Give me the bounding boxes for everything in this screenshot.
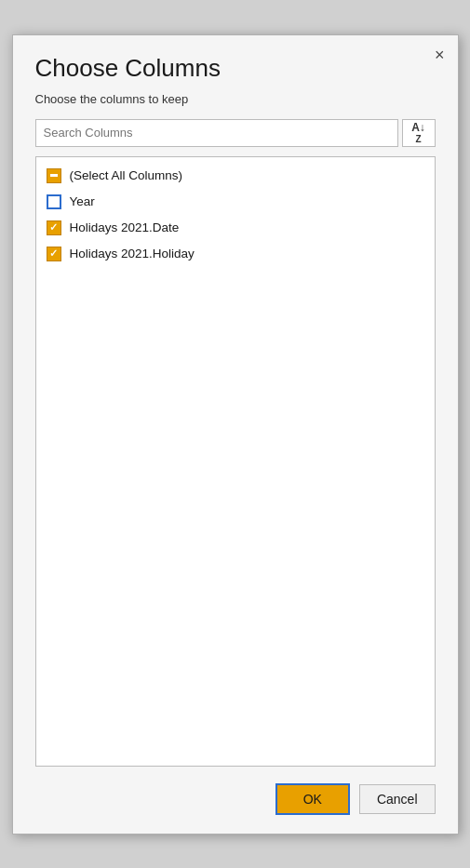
list-item-holidays-date[interactable]: Holidays 2021.Date [36, 215, 435, 241]
list-item-holidays-holiday[interactable]: Holidays 2021.Holiday [36, 241, 435, 267]
checkbox-unchecked-icon [47, 194, 61, 209]
search-input[interactable] [35, 119, 398, 147]
checkbox-checked-icon-2 [47, 247, 61, 261]
dialog-subtitle: Choose the columns to keep [35, 92, 436, 106]
checkbox-holidays-holiday[interactable] [46, 246, 62, 262]
columns-list: (Select All Columns) Year Holidays 2021.… [35, 156, 436, 767]
dialog-title: Choose Columns [35, 54, 436, 83]
checkbox-year[interactable] [46, 194, 62, 210]
search-row: A↓Z [35, 119, 436, 147]
checkbox-checked-icon [47, 220, 61, 235]
sort-az-icon: A↓Z [411, 122, 425, 144]
column-label-select-all: (Select All Columns) [70, 168, 183, 182]
list-item-year[interactable]: Year [36, 189, 435, 215]
choose-columns-dialog: × Choose Columns Choose the columns to k… [12, 34, 459, 835]
checkbox-indeterminate-icon [47, 168, 61, 183]
cancel-button[interactable]: Cancel [359, 784, 436, 814]
list-item-select-all[interactable]: (Select All Columns) [36, 163, 435, 189]
column-label-holidays-holiday: Holidays 2021.Holiday [70, 247, 195, 260]
checkbox-select-all[interactable] [46, 167, 62, 184]
column-label-year: Year [70, 194, 95, 208]
close-button[interactable]: × [435, 47, 445, 63]
ok-button[interactable]: OK [275, 783, 350, 815]
checkbox-holidays-date[interactable] [46, 220, 62, 236]
sort-button[interactable]: A↓Z [402, 119, 436, 147]
column-label-holidays-date: Holidays 2021.Date [70, 220, 180, 234]
footer: OK Cancel [35, 783, 436, 815]
